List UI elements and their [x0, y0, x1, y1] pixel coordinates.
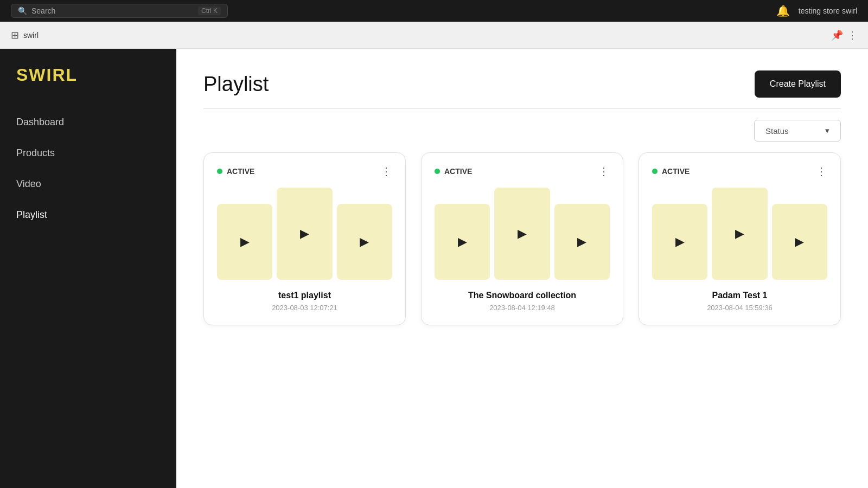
card-more-button-1[interactable]: ⋮ — [381, 166, 392, 177]
sidebar: SWIRL Dashboard Products Video Playlist — [0, 49, 176, 488]
play-icon: ▶ — [458, 235, 467, 249]
play-icon: ▶ — [360, 235, 369, 249]
play-icon: ▶ — [675, 235, 685, 249]
thumbnails-2: ▶ ▶ ▶ — [435, 188, 610, 280]
playlists-grid: ACTIVE ⋮ ▶ ▶ ▶ test1 playlist 2023-08-03… — [176, 152, 868, 347]
card-footer-2: The Snowboard collection 2023-08-04 12:1… — [435, 291, 610, 312]
card-more-button-3[interactable]: ⋮ — [816, 166, 827, 177]
main-content: Playlist Create Playlist Status ACTIVE ⋮ — [176, 49, 868, 488]
sidebar-nav: Dashboard Products Video Playlist — [0, 107, 176, 230]
filters-bar: Status — [176, 109, 868, 152]
create-playlist-button[interactable]: Create Playlist — [755, 70, 841, 98]
status-dot-1 — [217, 169, 222, 174]
thumb-1-3: ▶ — [337, 204, 392, 280]
playlist-date-3: 2023-08-04 15:59:36 — [652, 304, 827, 312]
sidebar-brand: SWIRL — [0, 65, 176, 107]
play-icon: ▶ — [240, 235, 250, 249]
store-name: testing store swirl — [799, 7, 857, 15]
thumbnails-1: ▶ ▶ ▶ — [217, 188, 392, 280]
thumb-3-1: ▶ — [652, 204, 707, 280]
playlist-name-2: The Snowboard collection — [435, 291, 610, 300]
search-icon: 🔍 — [18, 7, 27, 15]
status-text-3: ACTIVE — [662, 167, 690, 176]
more-icon[interactable]: ⋮ — [847, 29, 857, 41]
subheader: ⊞ swirl 📌 ⋮ — [0, 22, 868, 49]
app-icon: ⊞ — [11, 29, 19, 41]
playlist-name-3: Padam Test 1 — [652, 291, 827, 300]
status-dot-3 — [652, 169, 658, 174]
topbar-right: 🔔 testing store swirl — [776, 4, 857, 17]
status-dot-2 — [435, 169, 440, 174]
thumb-2-1: ▶ — [435, 204, 490, 280]
card-footer-3: Padam Test 1 2023-08-04 15:59:36 — [652, 291, 827, 312]
page-title: Playlist — [203, 73, 269, 96]
sidebar-item-video[interactable]: Video — [0, 169, 176, 200]
thumb-2-2: ▶ — [494, 188, 550, 280]
thumb-1-2: ▶ — [277, 188, 332, 280]
page-header: Playlist Create Playlist — [176, 49, 868, 108]
thumb-3-3: ▶ — [772, 204, 827, 280]
playlist-date-2: 2023-08-04 12:19:48 — [435, 304, 610, 312]
bell-icon[interactable]: 🔔 — [776, 4, 790, 17]
playlist-date-1: 2023-08-03 12:07:21 — [217, 304, 392, 312]
play-icon: ▶ — [518, 227, 527, 241]
card-header-1: ACTIVE ⋮ — [217, 166, 392, 177]
thumb-2-3: ▶ — [554, 204, 610, 280]
play-icon: ▶ — [300, 227, 309, 241]
playlist-name-1: test1 playlist — [217, 291, 392, 300]
sidebar-item-products[interactable]: Products — [0, 138, 176, 169]
status-badge-2: ACTIVE — [435, 167, 472, 176]
search-shortcut: Ctrl K — [198, 7, 221, 15]
layout: SWIRL Dashboard Products Video Playlist … — [0, 49, 868, 488]
playlist-card-3: ACTIVE ⋮ ▶ ▶ ▶ Padam Test 1 2023-08-04 1… — [639, 152, 841, 325]
card-header-3: ACTIVE ⋮ — [652, 166, 827, 177]
topbar: 🔍 Search Ctrl K 🔔 testing store swirl — [0, 0, 868, 22]
card-header-2: ACTIVE ⋮ — [435, 166, 610, 177]
search-bar[interactable]: 🔍 Search Ctrl K — [11, 4, 228, 18]
play-icon: ▶ — [577, 235, 586, 249]
status-dropdown[interactable]: Status — [754, 120, 841, 142]
status-text-2: ACTIVE — [444, 167, 472, 176]
status-label: Status — [765, 126, 789, 136]
thumbnails-3: ▶ ▶ ▶ — [652, 188, 827, 280]
playlist-card-2: ACTIVE ⋮ ▶ ▶ ▶ The Snowboard collection … — [421, 152, 623, 325]
status-badge-3: ACTIVE — [652, 167, 690, 176]
card-more-button-2[interactable]: ⋮ — [598, 166, 610, 177]
play-icon: ▶ — [795, 235, 804, 249]
playlist-card-1: ACTIVE ⋮ ▶ ▶ ▶ test1 playlist 2023-08-03… — [203, 152, 406, 325]
search-placeholder-text: Search — [31, 7, 55, 15]
thumb-3-2: ▶ — [712, 188, 767, 280]
pin-icon[interactable]: 📌 — [831, 29, 843, 41]
thumb-1-1: ▶ — [217, 204, 272, 280]
sidebar-item-dashboard[interactable]: Dashboard — [0, 107, 176, 138]
app-name: swirl — [23, 31, 39, 40]
card-footer-1: test1 playlist 2023-08-03 12:07:21 — [217, 291, 392, 312]
status-text-1: ACTIVE — [227, 167, 254, 176]
sidebar-item-playlist[interactable]: Playlist — [0, 200, 176, 230]
status-badge-1: ACTIVE — [217, 167, 254, 176]
play-icon: ▶ — [735, 227, 744, 241]
